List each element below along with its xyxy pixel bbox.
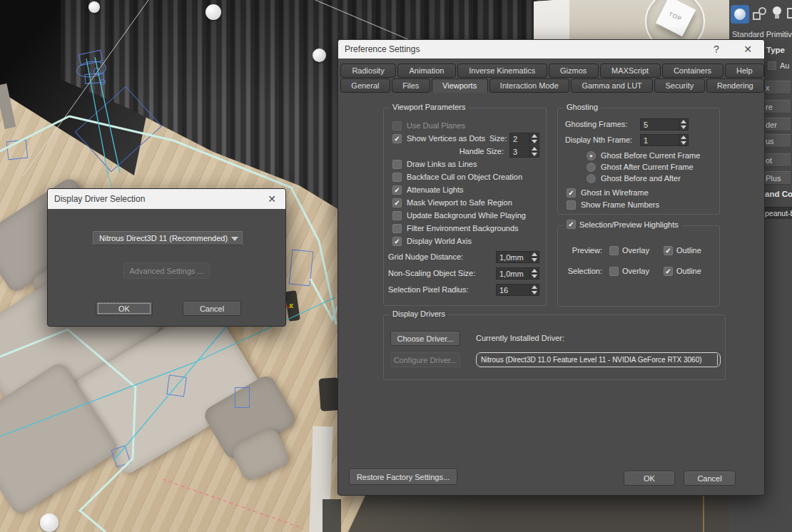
close-button[interactable]: ✕: [740, 42, 756, 56]
autogrid-checkbox[interactable]: [768, 61, 776, 70]
tab-radiosity[interactable]: Radiosity: [340, 63, 396, 78]
show-vertices-checkbox[interactable]: ✓: [392, 134, 402, 143]
non-scaling-size-spinner[interactable]: 1,0mm: [496, 267, 539, 280]
tab-row-1: Radiosity Animation Inverse Kinematics G…: [340, 63, 764, 78]
restore-factory-button[interactable]: Restore Factory Settings...: [349, 469, 457, 485]
preview-outline-checkbox[interactable]: ✓: [664, 246, 673, 255]
handle-size-label: Handle Size:: [441, 147, 504, 155]
selection-outline: [310, 279, 337, 319]
spinner-up-icon[interactable]: [532, 147, 537, 150]
help-button[interactable]: ?: [709, 42, 724, 56]
spinner-up-icon[interactable]: [532, 285, 537, 289]
tab-interaction-mode[interactable]: Interaction Mode: [489, 78, 570, 93]
spinner-up-icon[interactable]: [681, 120, 686, 123]
ghost-before-radio[interactable]: ●: [587, 151, 596, 160]
show-frame-numbers-checkbox[interactable]: [567, 200, 576, 210]
display-drivers-group: Display Drivers Choose Driver... Configu…: [383, 314, 726, 380]
primitive-button[interactable]: ot: [763, 153, 791, 167]
tab-gamma-lut[interactable]: Gamma and LUT: [571, 78, 653, 93]
spinner-down-icon[interactable]: [532, 275, 537, 278]
spinner-down-icon[interactable]: [532, 258, 537, 262]
preference-settings-dialog: Preference Settings ? ✕ Radiosity Animat…: [337, 39, 765, 496]
console-seam: [703, 496, 704, 532]
mask-viewport-checkbox[interactable]: ✓: [392, 198, 402, 208]
ghost-before-after-radio[interactable]: [587, 174, 596, 183]
attenuate-lights-checkbox[interactable]: ✓: [392, 185, 402, 195]
backface-cull-checkbox[interactable]: [392, 173, 402, 182]
primitive-button[interactable]: Plus: [763, 171, 791, 185]
primitive-category-dropdown[interactable]: Standard Primitives: [732, 30, 792, 39]
lights-category-icon[interactable]: [772, 6, 782, 21]
update-background-checkbox[interactable]: [392, 211, 402, 220]
tab-animation[interactable]: Animation: [397, 63, 456, 78]
dialog-titlebar: Preference Settings: [338, 40, 764, 58]
spinner-down-icon[interactable]: [681, 141, 686, 145]
ok-button[interactable]: OK: [624, 471, 675, 486]
geometry-category-icon[interactable]: [731, 5, 749, 24]
ghosting-frames-spinner[interactable]: 5: [640, 118, 689, 131]
group-title: Display Drivers: [390, 310, 448, 318]
primitive-button[interactable]: us: [763, 134, 791, 148]
display-world-axis-checkbox[interactable]: ✓: [392, 237, 402, 246]
ghost-in-wireframe-checkbox[interactable]: ✓: [567, 188, 576, 198]
spinner-down-icon[interactable]: [532, 291, 537, 295]
tab-gizmos[interactable]: Gizmos: [549, 63, 599, 78]
spinner-up-icon[interactable]: [532, 269, 537, 272]
close-button[interactable]: ✕: [264, 192, 280, 206]
object-name-field[interactable]: peanut-b: [763, 207, 792, 219]
display-nth-frame-spinner[interactable]: 1: [640, 134, 689, 146]
display-driver-selection-dialog: Display Driver Selection ✕ Nitrous Direc…: [47, 188, 286, 327]
radio-label: Ghost Before Current Frame: [601, 151, 700, 160]
tab-viewports[interactable]: Viewports: [432, 78, 488, 93]
overlay-label: Overlay: [622, 246, 649, 255]
filter-environment-checkbox[interactable]: [392, 224, 402, 233]
tab-security[interactable]: Security: [654, 78, 704, 93]
primitive-button[interactable]: der: [763, 118, 791, 131]
driver-dropdown[interactable]: Nitrous Direct3D 11 (Recommended): [93, 231, 243, 245]
dialog-title: Display Driver Selection: [54, 194, 145, 204]
floor-object: [323, 499, 341, 532]
selection-overlay-checkbox[interactable]: [609, 267, 619, 276]
selection-preview-checkbox[interactable]: ✓: [567, 220, 576, 229]
overlay-label: Overlay: [622, 267, 649, 275]
grid-nudge-spinner[interactable]: 1,0mm: [496, 251, 539, 263]
selection-outline-checkbox[interactable]: ✓: [664, 267, 673, 276]
cancel-button[interactable]: Cancel: [684, 471, 736, 486]
dialog-title: Preference Settings: [345, 44, 420, 54]
spinner-up-icon[interactable]: [532, 252, 537, 256]
tab-files[interactable]: Files: [392, 78, 430, 93]
wireframe-knob: [100, 79, 106, 85]
spinner-down-icon[interactable]: [532, 140, 537, 143]
preview-overlay-checkbox[interactable]: [609, 246, 619, 255]
tab-rendering[interactable]: Rendering: [706, 78, 764, 93]
spinner-down-icon[interactable]: [532, 153, 537, 156]
tab-containers[interactable]: Containers: [662, 63, 724, 78]
use-dual-planes-checkbox[interactable]: [392, 121, 402, 131]
draw-links-checkbox[interactable]: [392, 160, 402, 169]
primitive-button[interactable]: x: [763, 81, 791, 94]
checkbox-label: Ghost in Wireframe: [581, 188, 649, 197]
handle-size-spinner[interactable]: 3: [509, 145, 539, 158]
shapes-category-icon[interactable]: [753, 7, 767, 21]
configure-driver-button[interactable]: Configure Driver...: [390, 352, 460, 367]
size-spinner[interactable]: 2: [509, 133, 539, 145]
spinner-up-icon[interactable]: [681, 135, 686, 139]
ok-button[interactable]: OK: [96, 301, 153, 316]
tab-help[interactable]: Help: [725, 63, 764, 78]
choose-driver-button[interactable]: Choose Driver...: [390, 331, 460, 346]
cancel-button[interactable]: Cancel: [183, 301, 241, 316]
primitive-button[interactable]: re: [763, 100, 791, 113]
selection-pixel-radius-spinner[interactable]: 16: [496, 284, 539, 296]
checkbox-label: Draw Links as Lines: [407, 160, 477, 168]
tab-maxscript[interactable]: MAXScript: [600, 63, 661, 78]
spinner-down-icon[interactable]: [681, 126, 686, 129]
spinner-up-icon[interactable]: [532, 134, 537, 138]
tv-console: [348, 494, 792, 532]
ghost-after-radio[interactable]: [587, 163, 596, 172]
tab-inverse-kinematics[interactable]: Inverse Kinematics: [457, 63, 547, 78]
tab-general[interactable]: General: [340, 78, 390, 93]
cameras-category-icon[interactable]: [787, 8, 792, 19]
advanced-settings-button[interactable]: Advanced Settings ...: [123, 262, 210, 279]
grid-nudge-label: Grid Nudge Distance:: [388, 252, 463, 261]
wireframe-box: [289, 250, 314, 287]
